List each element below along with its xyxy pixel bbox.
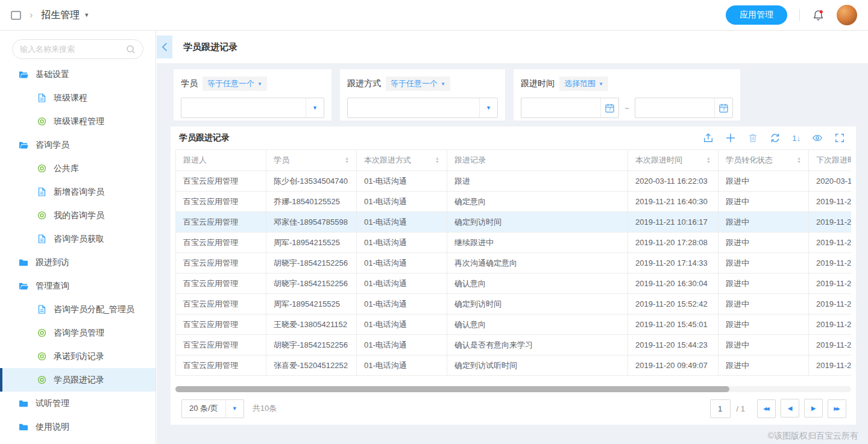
total-count-label: 共10条 [253, 403, 277, 414]
sidebar-item[interactable]: 班级课程管理 [0, 110, 156, 133]
table-cell: 2020-03-11 16:22:03 [628, 171, 719, 192]
sidebar-item[interactable]: 使用说明 [0, 415, 156, 439]
export-icon[interactable] [703, 133, 714, 143]
table-cell: 确定意向 [447, 192, 628, 212]
column-header[interactable]: 学员▲▼ [266, 150, 357, 171]
sidebar-item-label: 班级课程管理 [54, 116, 104, 127]
sidebar-item[interactable]: 公共库 [0, 157, 156, 180]
table-row[interactable]: 百宝云应用管理乔娜-1854012552501-电话沟通确定意向2019-11-… [176, 192, 852, 212]
sidebar-item[interactable]: 咨询学员 [0, 133, 156, 157]
sort-icon[interactable]: ▲▼ [345, 157, 349, 164]
sort-icon[interactable]: ▲▼ [797, 157, 801, 164]
refresh-icon[interactable] [770, 133, 781, 143]
next-page-button[interactable]: ▶ [804, 399, 823, 417]
table-cell: 2019-11-24 [809, 192, 852, 212]
home-icon[interactable] [11, 11, 21, 20]
table-cell: 确认意向 [447, 314, 628, 335]
date-input-end[interactable]: 7 [635, 98, 733, 118]
sidebar-item[interactable]: 承诺到访记录 [0, 345, 156, 368]
total-pages-label: / 1 [737, 404, 745, 413]
table-cell: 2020-03-14 [809, 171, 852, 192]
sidebar-menu: 基础设置班级课程班级课程管理咨询学员公共库新增咨询学员我的咨询学员咨询学员获取跟… [0, 63, 156, 439]
column-header[interactable]: 本次跟进方式▲▼ [357, 150, 447, 171]
sort-icon[interactable]: 1↓ [792, 134, 800, 143]
search-icon[interactable] [126, 45, 136, 54]
sidebar-item[interactable]: 新增咨询学员 [0, 180, 156, 204]
sidebar-item-label: 新增咨询学员 [54, 187, 104, 198]
table-cell: 2019-11-24 [809, 212, 852, 233]
table-cell: 周军-18954215525 [266, 233, 357, 253]
table-cell: 2019-11-23 [809, 355, 852, 376]
delete-icon[interactable] [747, 133, 758, 143]
sidebar-item[interactable]: 管理查询 [0, 274, 156, 298]
watermark: ©该图版权归百宝云所有 [768, 431, 858, 442]
filter-operator-dropdown[interactable]: 选择范围▼ [559, 77, 608, 91]
filter-select[interactable]: ▼ [347, 98, 498, 118]
target-icon [36, 328, 47, 337]
sidebar-item[interactable]: 班级课程 [0, 86, 156, 110]
table-cell: 跟进中 [719, 171, 809, 192]
back-button[interactable] [157, 36, 172, 58]
sidebar-search[interactable] [12, 39, 143, 59]
sidebar-item-label: 班级课程 [54, 93, 87, 104]
table-card-header: 学员跟进记录 1↓ [175, 127, 851, 149]
filter-label: 跟进方式 [347, 78, 381, 89]
date-input-start[interactable]: 7 [521, 98, 619, 118]
table-cell: 2019-11-20 15:45:01 [628, 314, 719, 335]
calendar-icon[interactable]: 7 [714, 98, 732, 117]
fullscreen-icon[interactable] [834, 133, 845, 143]
filter-bar: 学员等于任意一个▼▼跟进方式等于任意一个▼▼跟进时间选择范围▼7~7 [174, 69, 868, 120]
sidebar-item[interactable]: 我的咨询学员 [0, 204, 156, 227]
table-cell: 跟进中 [719, 335, 809, 355]
table-row[interactable]: 百宝云应用管理周军-1895421552501-电话沟通继续跟进中2019-11… [176, 233, 852, 253]
filter-operator-dropdown[interactable]: 等于任意一个▼ [203, 77, 267, 91]
sidebar-item-label: 我的咨询学员 [54, 210, 104, 221]
table-row[interactable]: 百宝云应用管理陈少创-1353450474001-电话沟通跟进2020-03-1… [176, 171, 852, 192]
sort-icon[interactable]: ▲▼ [435, 157, 439, 164]
sidebar-item[interactable]: 咨询学员获取 [0, 227, 156, 251]
sort-icon[interactable]: ▲▼ [706, 157, 711, 164]
table-row[interactable]: 百宝云应用管理胡晓宇-1854215225601-电话沟通确认意向2019-11… [176, 274, 852, 294]
range-separator: ~ [624, 104, 629, 113]
sidebar-item[interactable]: 学员跟进记录 [0, 368, 156, 392]
horizontal-scrollbar[interactable] [175, 386, 851, 392]
table-row[interactable]: 百宝云应用管理胡晓宇-1854215225601-电话沟通确认是否有意向来学习2… [176, 335, 852, 355]
sidebar-item[interactable]: 跟进到访 [0, 251, 156, 274]
table-cell: 百宝云应用管理 [176, 171, 266, 192]
app-title-dropdown[interactable]: 招生管理 ▼ [41, 9, 89, 22]
filter-operator-dropdown[interactable]: 等于任意一个▼ [386, 77, 450, 91]
table-cell: 继续跟进中 [447, 233, 628, 253]
table-cell: 王晓爱-13805421152 [266, 314, 357, 335]
sidebar-item[interactable]: 咨询学员管理 [0, 321, 156, 345]
calendar-icon[interactable]: 7 [600, 98, 618, 117]
table-row[interactable]: 百宝云应用管理王晓爱-1380542115201-电话沟通确认意向2019-11… [176, 314, 852, 335]
folder-closed-icon [18, 423, 29, 431]
notification-bell-icon[interactable] [812, 9, 825, 22]
table-row[interactable]: 百宝云应用管理邓家佳-1895478559801-电话沟通确定到访时间2019-… [176, 212, 852, 233]
sidebar-item[interactable]: 咨询学员分配_管理员 [0, 298, 156, 321]
sidebar-item[interactable]: 基础设置 [0, 63, 156, 86]
view-icon[interactable] [812, 133, 823, 143]
current-page-input[interactable] [710, 399, 731, 418]
table-row[interactable]: 百宝云应用管理周军-1895421552501-电话沟通确定到访时间2019-1… [176, 294, 852, 314]
last-page-button[interactable]: ▶▶ [828, 399, 846, 418]
add-icon[interactable] [725, 133, 736, 143]
column-header[interactable]: 学员转化状态▲▼ [719, 150, 809, 171]
target-icon [36, 352, 47, 361]
sidebar-item[interactable]: 试听管理 [0, 392, 156, 415]
prev-page-button[interactable]: ◀ [781, 399, 799, 417]
first-page-button[interactable]: ◀◀ [757, 399, 776, 418]
scrollbar-thumb[interactable] [175, 386, 729, 392]
chevron-down-icon: ▼ [441, 81, 445, 87]
table-cell: 2019-11-20 09:49:07 [628, 355, 719, 376]
table-cell: 张喜爱-15204512252 [266, 355, 357, 376]
page-size-select[interactable]: 20 条/页 ▼ [181, 399, 244, 418]
column-header[interactable]: 本次跟进时间▲▼ [628, 150, 719, 171]
app-manage-button[interactable]: 应用管理 [726, 5, 787, 25]
table-row[interactable]: 百宝云应用管理胡晓宇-1854215225601-电话沟通再次沟通确定意向201… [176, 253, 852, 274]
table-cell: 百宝云应用管理 [176, 212, 266, 233]
search-input[interactable] [20, 45, 126, 54]
table-row[interactable]: 百宝云应用管理张喜爱-1520451225201-电话沟通确定到访试听时间201… [176, 355, 852, 376]
avatar[interactable] [837, 5, 857, 25]
filter-select[interactable]: ▼ [181, 98, 324, 118]
